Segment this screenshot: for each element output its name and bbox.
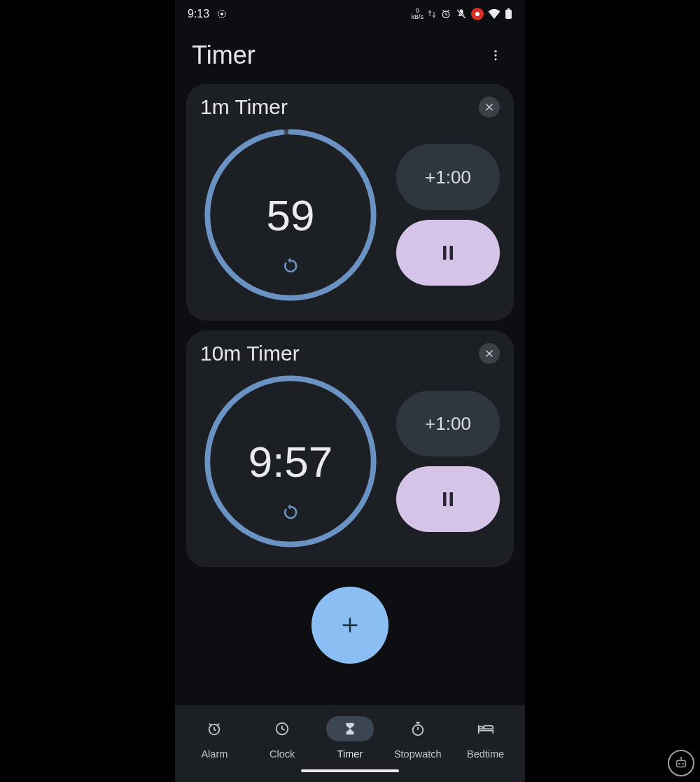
svg-point-7 — [494, 58, 496, 60]
svg-rect-19 — [677, 760, 686, 767]
nav-timer[interactable]: Timer — [316, 716, 384, 760]
timer-title: 10m Timer — [200, 342, 300, 365]
delete-timer-button[interactable] — [479, 343, 500, 364]
hourglass-icon — [342, 721, 358, 736]
svg-point-6 — [494, 54, 496, 56]
reset-button[interactable] — [281, 503, 300, 522]
nav-label: Clock — [270, 748, 295, 760]
status-time: 9:13 — [188, 8, 209, 20]
status-bar: 9:13 0 kB/s — [175, 0, 525, 28]
nav-clock[interactable]: Clock — [248, 716, 316, 760]
alarm-status-icon — [440, 8, 451, 20]
plus-icon — [340, 615, 360, 635]
svg-rect-11 — [450, 246, 454, 260]
nav-label: Bedtime — [467, 748, 504, 760]
nav-label: Stopwatch — [394, 748, 442, 760]
svg-point-22 — [680, 757, 682, 758]
nav-stopwatch[interactable]: Stopwatch — [384, 716, 451, 760]
app-header: Timer — [175, 28, 525, 77]
gesture-bar[interactable] — [301, 769, 399, 772]
timer-title: 1m Timer — [200, 95, 288, 119]
svg-point-20 — [678, 763, 680, 764]
timer-dial: 59 — [200, 125, 381, 305]
nav-bedtime[interactable]: Bedtime — [451, 716, 519, 760]
close-icon — [484, 349, 494, 358]
arrows-icon — [428, 9, 436, 19]
svg-point-5 — [494, 50, 496, 53]
pause-button[interactable] — [396, 466, 500, 532]
more-vert-icon — [489, 48, 503, 62]
alarm-icon — [206, 721, 222, 736]
add-minute-button[interactable]: +1:00 — [396, 391, 500, 456]
page-title: Timer — [192, 41, 255, 70]
pause-button[interactable] — [396, 220, 500, 286]
timer-dial: 9:57 — [200, 371, 381, 552]
status-left: 9:13 — [188, 8, 227, 20]
add-minute-label: +1:00 — [425, 167, 471, 188]
recording-indicator-icon — [471, 8, 484, 20]
battery-icon — [505, 8, 512, 20]
phone-frame: 9:13 0 kB/s — [175, 0, 525, 782]
timer-card: 10m Timer 9:57 — [186, 330, 514, 567]
svg-rect-10 — [443, 246, 447, 260]
svg-point-21 — [682, 763, 684, 764]
svg-point-1 — [220, 13, 223, 15]
reset-icon — [282, 258, 299, 274]
add-timer-fab[interactable] — [312, 587, 388, 664]
svg-rect-3 — [505, 10, 512, 19]
nav-alarm[interactable]: Alarm — [181, 716, 248, 760]
pause-icon — [442, 491, 454, 508]
timer-card: 1m Timer 59 — [186, 84, 514, 321]
add-minute-label: +1:00 — [425, 413, 471, 435]
close-icon — [484, 102, 494, 112]
reset-button[interactable] — [281, 256, 300, 276]
svg-rect-14 — [443, 492, 447, 506]
svg-rect-4 — [507, 8, 510, 11]
robot-icon — [673, 755, 689, 771]
timer-list: 1m Timer 59 — [175, 77, 525, 567]
card-header: 1m Timer — [200, 95, 500, 119]
mute-icon — [456, 8, 467, 20]
delete-timer-button[interactable] — [479, 97, 500, 118]
reset-icon — [282, 504, 299, 521]
net-rate-unit: kB/s — [411, 14, 424, 20]
stopwatch-icon — [410, 721, 426, 736]
bed-icon — [477, 722, 494, 736]
clock-icon — [274, 721, 290, 736]
network-rate: 0 kB/s — [411, 8, 424, 20]
fab-container — [175, 567, 525, 664]
bottom-nav: Alarm Clock Timer — [175, 705, 525, 782]
camera-dot-icon — [216, 8, 227, 20]
nav-label: Alarm — [201, 748, 227, 760]
wifi-icon — [488, 9, 500, 19]
pause-icon — [442, 244, 454, 261]
nav-label: Timer — [337, 748, 363, 760]
card-header: 10m Timer — [200, 342, 500, 365]
more-options-button[interactable] — [483, 43, 508, 68]
add-minute-button[interactable]: +1:00 — [396, 144, 500, 210]
status-right: 0 kB/s — [411, 8, 512, 20]
svg-rect-15 — [450, 492, 454, 506]
watermark-badge — [668, 750, 694, 776]
